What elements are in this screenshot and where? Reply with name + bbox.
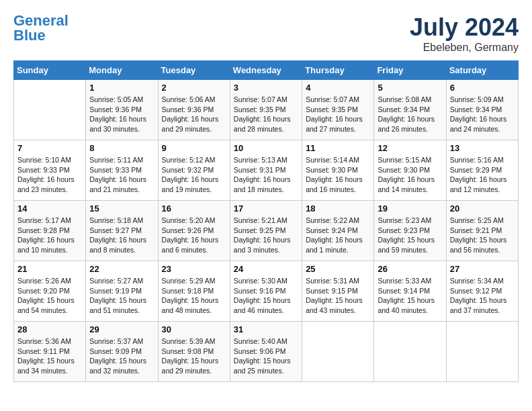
day-info: Sunrise: 5:17 AMSunset: 9:28 PMDaylight:… bbox=[17, 216, 82, 255]
calendar-cell: 11Sunrise: 5:14 AMSunset: 9:30 PMDayligh… bbox=[302, 140, 374, 201]
day-info: Sunrise: 5:20 AMSunset: 9:26 PMDaylight:… bbox=[162, 216, 226, 255]
day-info: Sunrise: 5:07 AMSunset: 9:35 PMDaylight:… bbox=[234, 95, 298, 134]
calendar-cell: 2Sunrise: 5:06 AMSunset: 9:36 PMDaylight… bbox=[158, 80, 230, 140]
day-info: Sunrise: 5:10 AMSunset: 9:33 PMDaylight:… bbox=[17, 155, 82, 195]
day-info: Sunrise: 5:05 AMSunset: 9:36 PMDaylight:… bbox=[89, 95, 154, 134]
day-info: Sunrise: 5:16 AMSunset: 9:29 PMDaylight:… bbox=[450, 155, 515, 195]
calendar-table: SundayMondayTuesdayWednesdayThursdayFrid… bbox=[13, 60, 519, 382]
day-info: Sunrise: 5:33 AMSunset: 9:14 PMDaylight:… bbox=[378, 276, 442, 316]
calendar-cell: 3Sunrise: 5:07 AMSunset: 9:35 PMDaylight… bbox=[230, 80, 302, 140]
day-info: Sunrise: 5:14 AMSunset: 9:30 PMDaylight:… bbox=[306, 155, 370, 195]
day-info: Sunrise: 5:37 AMSunset: 9:09 PMDaylight:… bbox=[89, 336, 154, 376]
calendar-cell: 10Sunrise: 5:13 AMSunset: 9:31 PMDayligh… bbox=[230, 140, 302, 201]
day-number: 19 bbox=[378, 203, 442, 214]
day-info: Sunrise: 5:13 AMSunset: 9:31 PMDaylight:… bbox=[234, 155, 298, 195]
day-number: 15 bbox=[89, 203, 154, 214]
calendar-cell: 16Sunrise: 5:20 AMSunset: 9:26 PMDayligh… bbox=[158, 201, 230, 261]
calendar-cell bbox=[446, 322, 518, 382]
calendar-cell: 13Sunrise: 5:16 AMSunset: 9:29 PMDayligh… bbox=[446, 140, 518, 201]
day-of-week-header: Friday bbox=[374, 61, 446, 80]
day-number: 29 bbox=[89, 324, 154, 334]
calendar-week-row: 14Sunrise: 5:17 AMSunset: 9:28 PMDayligh… bbox=[14, 201, 519, 261]
day-number: 10 bbox=[234, 143, 298, 153]
day-number: 20 bbox=[450, 203, 515, 214]
location: Ebeleben, Germany bbox=[410, 42, 519, 54]
calendar-week-row: 28Sunrise: 5:36 AMSunset: 9:11 PMDayligh… bbox=[14, 322, 519, 382]
days-header-row: SundayMondayTuesdayWednesdayThursdayFrid… bbox=[14, 61, 519, 80]
calendar-cell: 17Sunrise: 5:21 AMSunset: 9:25 PMDayligh… bbox=[230, 201, 302, 261]
day-info: Sunrise: 5:26 AMSunset: 9:20 PMDaylight:… bbox=[17, 276, 82, 316]
day-number: 17 bbox=[234, 203, 298, 214]
day-info: Sunrise: 5:40 AMSunset: 9:06 PMDaylight:… bbox=[234, 336, 298, 376]
logo-text: General Blue bbox=[13, 13, 69, 43]
day-number: 1 bbox=[89, 83, 154, 93]
day-info: Sunrise: 5:36 AMSunset: 9:11 PMDaylight:… bbox=[17, 336, 82, 376]
day-info: Sunrise: 5:08 AMSunset: 9:34 PMDaylight:… bbox=[378, 95, 442, 134]
calendar-cell: 8Sunrise: 5:11 AMSunset: 9:33 PMDaylight… bbox=[86, 140, 158, 201]
day-number: 14 bbox=[17, 203, 82, 214]
day-info: Sunrise: 5:15 AMSunset: 9:30 PMDaylight:… bbox=[378, 155, 442, 195]
day-of-week-header: Sunday bbox=[14, 61, 86, 80]
calendar-cell: 21Sunrise: 5:26 AMSunset: 9:20 PMDayligh… bbox=[14, 261, 86, 322]
calendar-week-row: 1Sunrise: 5:05 AMSunset: 9:36 PMDaylight… bbox=[14, 80, 519, 140]
day-info: Sunrise: 5:34 AMSunset: 9:12 PMDaylight:… bbox=[450, 276, 515, 316]
calendar-cell: 12Sunrise: 5:15 AMSunset: 9:30 PMDayligh… bbox=[374, 140, 446, 201]
day-info: Sunrise: 5:27 AMSunset: 9:19 PMDaylight:… bbox=[89, 276, 154, 316]
day-info: Sunrise: 5:25 AMSunset: 9:21 PMDaylight:… bbox=[450, 216, 515, 255]
day-of-week-header: Tuesday bbox=[158, 61, 230, 80]
calendar-cell bbox=[302, 322, 374, 382]
calendar-cell: 20Sunrise: 5:25 AMSunset: 9:21 PMDayligh… bbox=[446, 201, 518, 261]
day-number: 28 bbox=[17, 324, 82, 334]
day-number: 2 bbox=[162, 83, 226, 93]
day-of-week-header: Wednesday bbox=[230, 61, 302, 80]
day-number: 13 bbox=[450, 143, 515, 153]
day-info: Sunrise: 5:12 AMSunset: 9:32 PMDaylight:… bbox=[162, 155, 226, 195]
calendar-week-row: 7Sunrise: 5:10 AMSunset: 9:33 PMDaylight… bbox=[14, 140, 519, 201]
calendar-cell: 25Sunrise: 5:31 AMSunset: 9:15 PMDayligh… bbox=[302, 261, 374, 322]
day-number: 5 bbox=[378, 83, 442, 93]
day-number: 26 bbox=[378, 264, 442, 274]
day-info: Sunrise: 5:11 AMSunset: 9:33 PMDaylight:… bbox=[89, 155, 154, 195]
day-number: 16 bbox=[162, 203, 226, 214]
calendar-cell: 19Sunrise: 5:23 AMSunset: 9:23 PMDayligh… bbox=[374, 201, 446, 261]
day-number: 24 bbox=[234, 264, 298, 274]
calendar-cell: 1Sunrise: 5:05 AMSunset: 9:36 PMDaylight… bbox=[86, 80, 158, 140]
day-of-week-header: Thursday bbox=[302, 61, 374, 80]
calendar-cell: 29Sunrise: 5:37 AMSunset: 9:09 PMDayligh… bbox=[86, 322, 158, 382]
day-number: 31 bbox=[234, 324, 298, 334]
day-info: Sunrise: 5:22 AMSunset: 9:24 PMDaylight:… bbox=[306, 216, 370, 255]
day-info: Sunrise: 5:21 AMSunset: 9:25 PMDaylight:… bbox=[234, 216, 298, 255]
title-block: July 2024 Ebeleben, Germany bbox=[410, 13, 519, 54]
calendar-cell bbox=[14, 80, 86, 140]
calendar-cell: 26Sunrise: 5:33 AMSunset: 9:14 PMDayligh… bbox=[374, 261, 446, 322]
day-number: 22 bbox=[89, 264, 154, 274]
day-number: 12 bbox=[378, 143, 442, 153]
month-year: July 2024 bbox=[410, 13, 519, 42]
day-number: 4 bbox=[306, 83, 370, 93]
day-info: Sunrise: 5:07 AMSunset: 9:35 PMDaylight:… bbox=[306, 95, 370, 134]
day-info: Sunrise: 5:09 AMSunset: 9:34 PMDaylight:… bbox=[450, 95, 515, 134]
calendar-cell: 28Sunrise: 5:36 AMSunset: 9:11 PMDayligh… bbox=[14, 322, 86, 382]
day-info: Sunrise: 5:31 AMSunset: 9:15 PMDaylight:… bbox=[306, 276, 370, 316]
page-header: General Blue July 2024 Ebeleben, Germany bbox=[13, 13, 519, 54]
day-number: 11 bbox=[306, 143, 370, 153]
calendar-cell: 23Sunrise: 5:29 AMSunset: 9:18 PMDayligh… bbox=[158, 261, 230, 322]
day-number: 7 bbox=[17, 143, 82, 153]
day-number: 3 bbox=[234, 83, 298, 93]
logo: General Blue bbox=[13, 13, 69, 43]
day-number: 30 bbox=[162, 324, 226, 334]
calendar-cell: 31Sunrise: 5:40 AMSunset: 9:06 PMDayligh… bbox=[230, 322, 302, 382]
calendar-cell: 30Sunrise: 5:39 AMSunset: 9:08 PMDayligh… bbox=[158, 322, 230, 382]
day-of-week-header: Monday bbox=[86, 61, 158, 80]
calendar-cell: 15Sunrise: 5:18 AMSunset: 9:27 PMDayligh… bbox=[86, 201, 158, 261]
day-info: Sunrise: 5:30 AMSunset: 9:16 PMDaylight:… bbox=[234, 276, 298, 316]
calendar-cell: 9Sunrise: 5:12 AMSunset: 9:32 PMDaylight… bbox=[158, 140, 230, 201]
day-number: 25 bbox=[306, 264, 370, 274]
day-number: 9 bbox=[162, 143, 226, 153]
day-number: 6 bbox=[450, 83, 515, 93]
calendar-cell: 5Sunrise: 5:08 AMSunset: 9:34 PMDaylight… bbox=[374, 80, 446, 140]
calendar-week-row: 21Sunrise: 5:26 AMSunset: 9:20 PMDayligh… bbox=[14, 261, 519, 322]
calendar-cell: 18Sunrise: 5:22 AMSunset: 9:24 PMDayligh… bbox=[302, 201, 374, 261]
calendar-cell: 7Sunrise: 5:10 AMSunset: 9:33 PMDaylight… bbox=[14, 140, 86, 201]
day-info: Sunrise: 5:29 AMSunset: 9:18 PMDaylight:… bbox=[162, 276, 226, 316]
